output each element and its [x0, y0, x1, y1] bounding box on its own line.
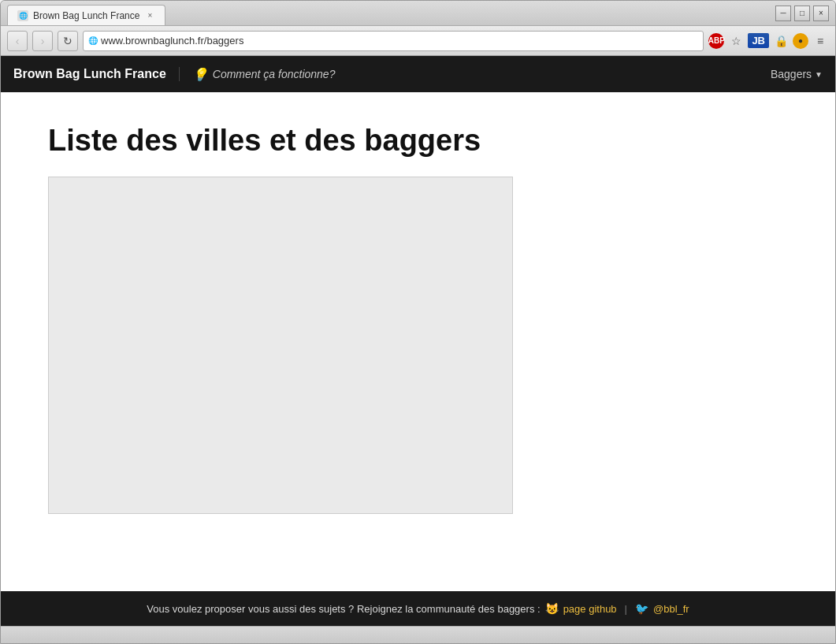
extension-icon[interactable]: 🔒: [772, 32, 790, 50]
menu-icon[interactable]: ≡: [812, 32, 829, 50]
star-icon[interactable]: ☆: [727, 32, 745, 50]
browser-tab[interactable]: 🌐 Brown Bag Lunch France ×: [7, 5, 165, 25]
how-it-works-link[interactable]: 💡 Comment ça fonctionne?: [192, 67, 336, 82]
footer-separator: |: [625, 603, 627, 615]
abp-icon[interactable]: ABP: [708, 33, 724, 49]
tab-favicon: 🌐: [17, 10, 28, 21]
twitter-link[interactable]: @bbl_fr: [653, 603, 689, 615]
tab-area: 🌐 Brown Bag Lunch France ×: [7, 1, 165, 25]
footer-text: Vous voulez proposer vous aussi des suje…: [147, 603, 540, 615]
restore-button[interactable]: □: [794, 6, 810, 21]
browser-window: 🌐 Brown Bag Lunch France × ─ □ × ‹ › ↻ 🌐…: [0, 0, 836, 644]
baggers-label: Baggers: [771, 68, 812, 80]
site-nav: Brown Bag Lunch France 💡 Comment ça fonc…: [1, 56, 835, 92]
github-link[interactable]: page github: [563, 603, 617, 615]
tab-title: Brown Bag Lunch France: [33, 10, 139, 21]
toolbar-icons: ABP ☆ JB 🔒 ● ≡: [708, 32, 829, 50]
page-title: Liste des villes et des baggers: [48, 124, 819, 158]
status-bar: [1, 626, 835, 643]
page-content: Liste des villes et des baggers: [1, 92, 835, 591]
baggers-dropdown[interactable]: Baggers ▼: [771, 68, 823, 80]
tab-close-button[interactable]: ×: [144, 10, 155, 21]
nav-bar: ‹ › ↻ 🌐 ABP ☆ JB 🔒 ● ≡: [1, 26, 835, 56]
twitter-icon: 🐦: [635, 602, 648, 615]
site-brand[interactable]: Brown Bag Lunch France: [13, 67, 180, 81]
dropdown-arrow-icon: ▼: [815, 70, 823, 79]
how-it-works-label: Comment ça fonctionne?: [213, 68, 336, 80]
close-button[interactable]: ×: [813, 6, 829, 21]
forward-button[interactable]: ›: [32, 31, 53, 51]
jb-badge[interactable]: JB: [748, 33, 769, 48]
refresh-button[interactable]: ↻: [58, 31, 78, 51]
title-bar: 🌐 Brown Bag Lunch France × ─ □ ×: [1, 1, 835, 26]
map-placeholder: [48, 177, 513, 514]
address-icon: 🌐: [88, 36, 98, 45]
address-input[interactable]: [101, 35, 698, 47]
address-bar-container: 🌐: [83, 31, 704, 51]
window-controls: ─ □ ×: [775, 6, 829, 21]
bulb-icon: 💡: [192, 67, 208, 82]
site-nav-right: Baggers ▼: [771, 68, 823, 80]
user-icon[interactable]: ●: [793, 33, 808, 49]
site-footer: Vous voulez proposer vous aussi des suje…: [1, 591, 835, 626]
minimize-button[interactable]: ─: [775, 6, 791, 21]
github-icon: 😺: [545, 602, 559, 615]
back-button[interactable]: ‹: [7, 31, 28, 51]
browser-viewport: Brown Bag Lunch France 💡 Comment ça fonc…: [1, 56, 835, 626]
